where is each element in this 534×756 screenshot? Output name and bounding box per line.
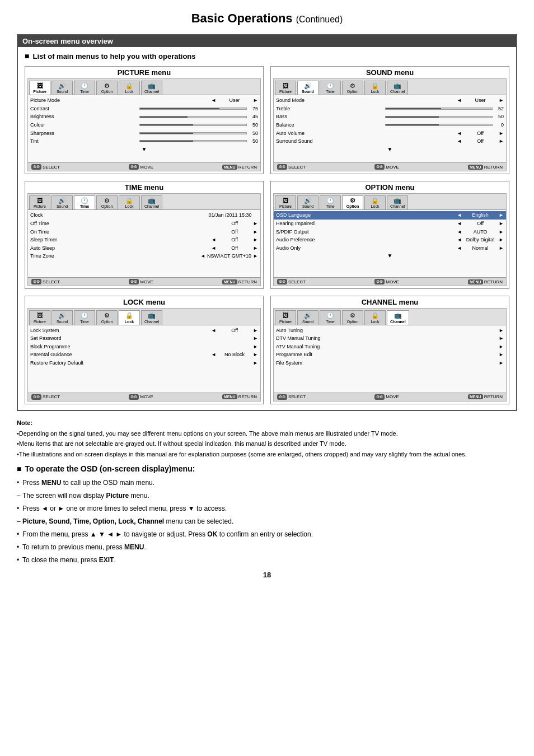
arrow-left-icon[interactable]: ◄ — [211, 245, 216, 252]
arrow-left-icon[interactable]: ◄ — [457, 236, 462, 244]
arrow-right-icon[interactable]: ► — [253, 343, 258, 351]
arrow-right-icon[interactable]: ► — [499, 327, 504, 334]
footer-item: ⊙⊙SELECT — [277, 394, 306, 400]
arrow-left-icon[interactable]: ◄ — [211, 97, 216, 104]
menu-tab-lock[interactable]: 🔒Lock — [364, 310, 386, 324]
menu-row: File System► — [276, 359, 504, 367]
row-label: Sleep Timer — [30, 236, 211, 244]
menu-tab-picture[interactable]: 🖼Picture — [275, 195, 296, 209]
arrow-left-icon[interactable]: ◄ — [211, 236, 216, 244]
row-label: Programme Edit — [276, 351, 387, 358]
menu-tab-channel[interactable]: 📺Channel — [141, 310, 162, 324]
arrow-left-icon[interactable]: ◄ — [457, 212, 462, 219]
row-label: Off Time — [30, 220, 218, 227]
menu-tab-channel[interactable]: 📺Channel — [387, 81, 408, 95]
arrow-right-icon[interactable]: ► — [499, 343, 504, 351]
menu-tab-sound[interactable]: 🔊Sound — [297, 310, 318, 324]
menu-tab-sound[interactable]: 🔊Sound — [51, 195, 73, 209]
menu-title-channel: CHANNEL menu — [271, 296, 509, 308]
arrow-left-icon[interactable]: ◄ — [457, 130, 462, 137]
footer-btn: ⊙⊙ — [277, 279, 287, 284]
menu-tab-channel[interactable]: 📺Channel — [141, 195, 162, 209]
footer-item: MENURETURN — [222, 165, 257, 170]
arrow-left-icon[interactable]: ◄ — [457, 97, 462, 104]
arrow-right-icon[interactable]: ► — [253, 351, 258, 358]
menu-tab-picture[interactable]: 🖼Picture — [275, 310, 296, 324]
menu-tab-sound[interactable]: 🔊Sound — [51, 310, 73, 324]
menu-tab-channel[interactable]: 📺Channel — [141, 81, 162, 95]
arrow-left-icon[interactable]: ◄ — [457, 138, 462, 145]
menu-tab-lock[interactable]: 🔒Lock — [119, 195, 140, 209]
menu-footer: ⊙⊙SELECT⊙⊙MOVEMENURETURN — [28, 393, 260, 401]
scroll-down-arrow-icon: ▼ — [30, 146, 258, 153]
menu-tab-channel[interactable]: 📺Channel — [387, 195, 408, 209]
row-label: Time Zone — [30, 253, 200, 260]
arrow-right-icon[interactable]: ► — [499, 360, 504, 367]
menu-tab-sound[interactable]: 🔊Sound — [297, 195, 318, 209]
menu-row: Parental Guidance◄No Block► — [30, 351, 258, 359]
footer-label: RETURN — [238, 165, 257, 170]
arrow-left-icon[interactable]: ◄ — [211, 327, 216, 334]
arrow-left-icon[interactable]: ◄ — [211, 351, 216, 358]
arrow-right-icon[interactable]: ► — [253, 327, 258, 334]
row-value: Off — [218, 245, 251, 252]
arrow-right-icon[interactable]: ► — [499, 220, 504, 227]
menu-tab-lock[interactable]: 🔒Lock — [119, 310, 140, 324]
title-continued: (Continued) — [296, 15, 343, 24]
arrow-right-icon[interactable]: ► — [499, 245, 504, 252]
menu-tab-option[interactable]: ⚙Option — [96, 310, 118, 324]
footer-btn: MENU — [222, 394, 237, 399]
menu-tab-time[interactable]: 🕐Time — [74, 195, 95, 209]
arrow-right-icon[interactable]: ► — [253, 236, 258, 244]
arrow-right-icon[interactable]: ► — [499, 236, 504, 244]
menu-tab-picture[interactable]: 🖼Picture — [29, 195, 50, 209]
arrow-right-icon[interactable]: ► — [253, 360, 258, 367]
title-main: Basic Operations — [191, 11, 293, 25]
arrow-right-icon[interactable]: ► — [499, 351, 504, 358]
menu-tab-lock[interactable]: 🔒Lock — [119, 81, 140, 95]
footer-item: MENURETURN — [468, 394, 503, 399]
menu-tab-sound[interactable]: 🔊Sound — [51, 81, 73, 95]
row-label: Block Programme — [30, 343, 141, 351]
arrow-right-icon[interactable]: ► — [253, 253, 258, 260]
arrow-right-icon[interactable]: ► — [253, 228, 258, 236]
menu-tab-time[interactable]: 🕐Time — [320, 81, 341, 95]
arrow-left-icon[interactable]: ◄ — [200, 253, 205, 260]
menu-tab-option[interactable]: ⚙Option — [342, 195, 363, 209]
menu-tab-lock[interactable]: 🔒Lock — [364, 81, 386, 95]
menu-tab-picture[interactable]: 🖼Picture — [29, 310, 50, 324]
menu-tab-lock[interactable]: 🔒Lock — [364, 195, 386, 209]
arrow-right-icon[interactable]: ► — [499, 335, 504, 342]
menu-footer: ⊙⊙SELECT⊙⊙MOVEMENURETURN — [28, 162, 260, 171]
arrow-right-icon[interactable]: ► — [253, 97, 258, 104]
arrow-right-icon[interactable]: ► — [499, 130, 504, 137]
menu-tab-option[interactable]: ⚙Option — [342, 81, 363, 95]
menu-tab-option[interactable]: ⚙Option — [342, 310, 363, 324]
arrow-right-icon[interactable]: ► — [499, 228, 504, 236]
menu-tab-time[interactable]: 🕐Time — [74, 81, 95, 95]
footer-btn: ⊙⊙ — [277, 394, 287, 400]
arrow-right-icon[interactable]: ► — [253, 220, 258, 227]
arrow-right-icon[interactable]: ► — [499, 138, 504, 145]
menu-tab-sound[interactable]: 🔊Sound — [297, 81, 318, 95]
arrow-right-icon[interactable]: ► — [499, 212, 504, 219]
footer-item: ⊙⊙SELECT — [31, 279, 60, 284]
row-label: DTV Manual Tuning — [276, 335, 387, 342]
footer-label: SELECT — [288, 279, 306, 284]
arrow-right-icon[interactable]: ► — [253, 335, 258, 342]
menu-tab-channel[interactable]: 📺Channel — [387, 310, 409, 324]
arrow-right-icon[interactable]: ► — [499, 97, 504, 104]
menu-tab-option[interactable]: ⚙Option — [96, 195, 118, 209]
arrow-right-icon[interactable]: ► — [253, 245, 258, 252]
arrow-left-icon[interactable]: ◄ — [457, 245, 462, 252]
footer-item: MENURETURN — [222, 279, 257, 284]
menu-tab-picture[interactable]: 🖼Picture — [275, 81, 296, 95]
menu-tab-time[interactable]: 🕐Time — [320, 310, 341, 324]
menu-tab-time[interactable]: 🕐Time — [74, 310, 95, 324]
arrow-left-icon[interactable]: ◄ — [457, 220, 462, 227]
menu-tab-option[interactable]: ⚙Option — [96, 81, 118, 95]
menus-grid: PICTURE menu🖼Picture🔊Sound🕐Time⚙Option🔒L… — [25, 66, 509, 404]
menu-tab-picture[interactable]: 🖼Picture — [29, 81, 50, 95]
arrow-left-icon[interactable]: ◄ — [457, 228, 462, 236]
menu-tab-time[interactable]: 🕐Time — [320, 195, 341, 209]
